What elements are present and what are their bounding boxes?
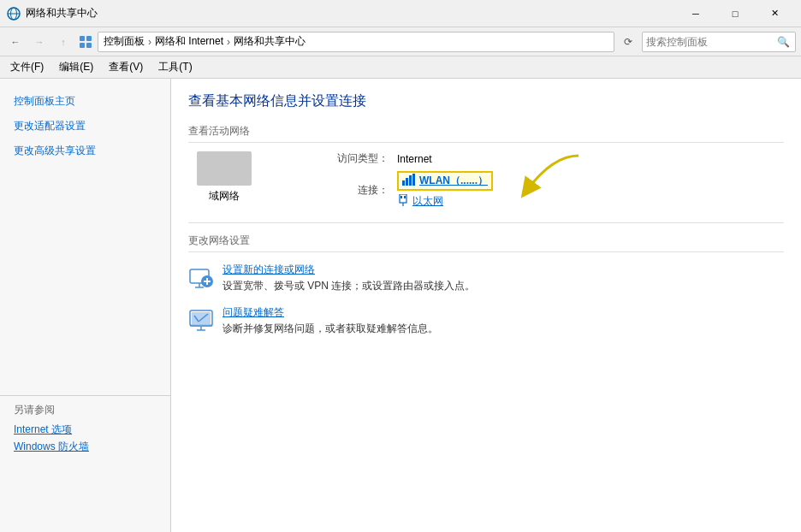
address-path[interactable]: 控制面板 › 网络和 Internet › 网络和共享中心	[98, 32, 614, 52]
ethernet-text: 以太网	[412, 194, 443, 209]
breadcrumb-controlpanel[interactable]: 控制面板	[104, 34, 145, 49]
connection-label: 连接：	[337, 183, 389, 198]
wlan-link[interactable]: WLAN（......）	[397, 171, 493, 191]
search-box[interactable]: 🔍	[642, 32, 796, 52]
also-see-firewall[interactable]: Windows 防火墙	[14, 440, 157, 454]
breadcrumb-network[interactable]: 网络和 Internet	[155, 34, 223, 49]
minimize-button[interactable]: ─	[676, 0, 715, 27]
network-name-block: 域网络	[197, 151, 252, 204]
troubleshoot-title[interactable]: 问题疑难解答	[222, 305, 784, 320]
setup-new-content: 设置新的连接或网络 设置宽带、拨号或 VPN 连接；或设置路由器或接入点。	[222, 263, 784, 293]
setup-new-item: 设置新的连接或网络 设置宽带、拨号或 VPN 连接；或设置路由器或接入点。	[188, 263, 784, 293]
network-type-label: 域网络	[209, 189, 240, 204]
menu-tools[interactable]: 工具(T)	[151, 58, 199, 76]
menu-view[interactable]: 查看(V)	[102, 58, 150, 76]
sidebar-item-advanced[interactable]: 更改高级共享设置	[0, 139, 170, 163]
title-bar-controls: ─ □ ✕	[676, 0, 794, 27]
sidebar: 控制面板主页 更改适配器设置 更改高级共享设置 另请参阅 Internet 选项…	[0, 79, 171, 532]
troubleshoot-desc: 诊断并修复网络问题，或者获取疑难解答信息。	[222, 322, 784, 336]
also-see-title: 另请参阅	[14, 403, 157, 417]
svg-rect-13	[400, 196, 402, 198]
main-layout: 控制面板主页 更改适配器设置 更改高级共享设置 另请参阅 Internet 选项…	[0, 79, 801, 532]
sidebar-item-adapter[interactable]: 更改适配器设置	[0, 114, 170, 139]
up-button[interactable]: ↑	[53, 32, 74, 52]
yellow-arrow	[501, 147, 587, 218]
menu-file[interactable]: 文件(F)	[3, 58, 50, 76]
svg-rect-8	[406, 178, 408, 186]
connection-row: 连接： WLAN（......）	[337, 171, 493, 209]
section-divider	[188, 222, 784, 223]
ethernet-icon	[397, 194, 409, 209]
close-button[interactable]: ✕	[755, 0, 794, 27]
network-info-row: 域网络 访问类型： Internet 连接：	[188, 151, 784, 209]
title-bar-icon	[7, 7, 21, 21]
access-type-label: 访问类型：	[337, 151, 389, 166]
also-see-internet[interactable]: Internet 选项	[14, 423, 157, 437]
refresh-button[interactable]: ⟳	[618, 32, 638, 52]
location-icon	[77, 33, 94, 50]
setup-new-title[interactable]: 设置新的连接或网络	[222, 263, 784, 277]
wlan-text: WLAN（......）	[419, 174, 488, 188]
signal-icon	[402, 174, 416, 188]
maximize-button[interactable]: □	[715, 0, 755, 27]
menu-bar: 文件(F) 编辑(E) 查看(V) 工具(T)	[0, 56, 801, 79]
svg-rect-9	[409, 175, 412, 186]
forward-button[interactable]: →	[29, 32, 50, 52]
troubleshoot-icon	[188, 307, 214, 333]
svg-rect-3	[80, 36, 85, 41]
setup-new-desc: 设置宽带、拨号或 VPN 连接；或设置路由器或接入点。	[222, 279, 784, 293]
title-bar: 网络和共享中心 ─ □ ✕	[0, 0, 801, 27]
access-type-value: Internet	[397, 153, 432, 165]
troubleshoot-item: 问题疑难解答 诊断并修复网络问题，或者获取疑难解答信息。	[188, 305, 784, 336]
svg-rect-14	[404, 196, 406, 198]
address-bar: ← → ↑ 控制面板 › 网络和 Internet › 网络和共享中心 ⟳ 🔍	[0, 27, 801, 56]
separator-2: ›	[227, 36, 230, 48]
svg-rect-6	[86, 43, 92, 48]
ethernet-link[interactable]: 以太网	[397, 194, 443, 209]
svg-rect-4	[86, 36, 92, 41]
active-network-label: 查看活动网络	[188, 124, 784, 143]
access-type-row: 访问类型： Internet	[337, 151, 493, 166]
network-details: 访问类型： Internet 连接：	[337, 151, 493, 209]
breadcrumb-sharing[interactable]: 网络和共享中心	[234, 34, 306, 49]
connection-links: WLAN（......） 以太网	[397, 171, 493, 209]
sidebar-item-home[interactable]: 控制面板主页	[0, 89, 170, 114]
troubleshoot-content: 问题疑难解答 诊断并修复网络问题，或者获取疑难解答信息。	[222, 305, 784, 336]
separator-1: ›	[148, 36, 151, 48]
content-area: 查看基本网络信息并设置连接 查看活动网络 域网络 访问类型： Internet …	[171, 79, 801, 532]
svg-rect-24	[190, 324, 212, 327]
menu-edit[interactable]: 编辑(E)	[52, 58, 100, 76]
search-icon[interactable]: 🔍	[774, 33, 792, 50]
back-button[interactable]: ←	[5, 32, 26, 52]
search-input[interactable]	[646, 36, 774, 48]
page-title: 查看基本网络信息并设置连接	[188, 92, 784, 110]
svg-rect-5	[80, 43, 85, 48]
svg-rect-10	[412, 174, 415, 186]
change-network-label: 更改网络设置	[188, 233, 784, 252]
title-bar-title: 网络和共享中心	[26, 6, 676, 21]
setup-new-icon	[188, 264, 214, 290]
svg-rect-7	[402, 180, 405, 186]
network-icon	[197, 151, 252, 186]
